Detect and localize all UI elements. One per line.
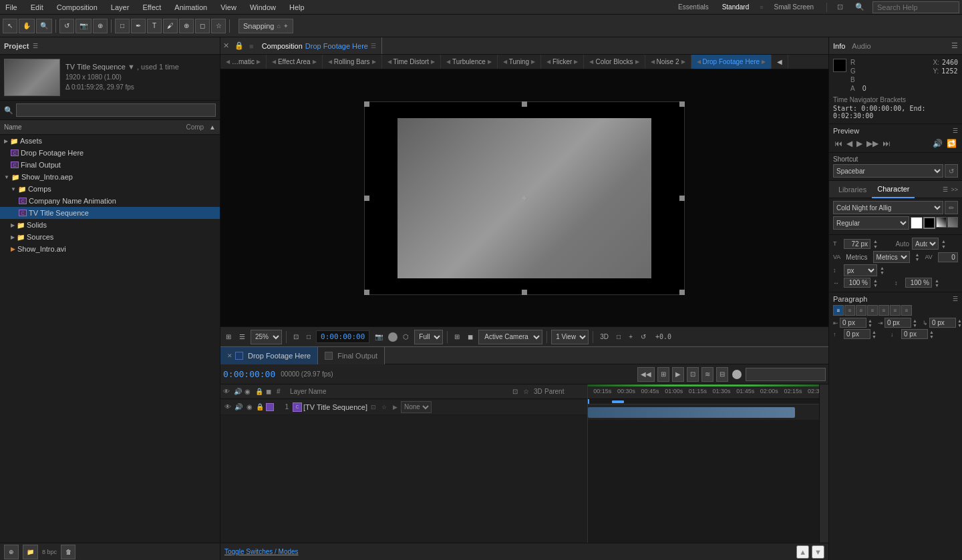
layer-switch-2[interactable]: ☆ xyxy=(379,404,389,410)
tl-graph-editor[interactable]: ⊟ xyxy=(716,367,728,382)
workspace-small-screen[interactable]: Small Screen xyxy=(772,2,816,12)
handle-bottom-left[interactable] xyxy=(364,290,369,295)
layer-switch-1[interactable]: ⊡ xyxy=(369,404,378,410)
space-after-input[interactable] xyxy=(901,329,928,339)
camera-select[interactable]: Active Camera xyxy=(478,330,542,344)
tree-item-final-output[interactable]: C Final Output xyxy=(0,159,220,171)
layer-expand[interactable]: ▶ xyxy=(390,404,399,410)
indent-left-stepper[interactable]: ▲ ▼ xyxy=(868,318,872,328)
parent-select[interactable]: None xyxy=(401,401,432,413)
timeline-search-input[interactable] xyxy=(746,368,826,381)
project-search-input[interactable] xyxy=(16,103,216,117)
effect-more[interactable]: ◀ xyxy=(772,55,788,69)
tab-settings-icon[interactable]: ■ xyxy=(247,42,257,50)
lock-toggle[interactable]: 🔒 xyxy=(255,403,265,410)
align-right-btn[interactable]: ≡ xyxy=(856,305,866,316)
menu-file[interactable]: File xyxy=(3,2,20,13)
indent-left-input[interactable] xyxy=(840,318,866,328)
hand-tool[interactable]: ✋ xyxy=(19,19,35,33)
kerning-select[interactable]: Metrics xyxy=(873,251,910,263)
font-size-stepper[interactable]: ▲ ▼ xyxy=(873,239,887,249)
effect-tuning[interactable]: ◀ Tuning ▶ xyxy=(498,55,541,69)
justify-all-btn[interactable]: ≡ xyxy=(901,305,912,316)
tl-bottom-up[interactable]: ▲ xyxy=(796,545,809,559)
justify-center-btn[interactable]: ≡ xyxy=(878,305,889,316)
timeline-timecode[interactable]: 0:00:00:00 xyxy=(223,369,275,379)
tree-item-show-intro[interactable]: ▼ 📁 Show_Intro.aep xyxy=(0,171,220,183)
justify-right-btn[interactable]: ≡ xyxy=(890,305,901,316)
paragraph-menu[interactable]: ☰ xyxy=(953,296,958,302)
pixel-ratio-btn[interactable]: □ xyxy=(304,330,313,344)
effect-noise[interactable]: ◀ Noise 2 ▶ xyxy=(645,55,691,69)
camera-tool[interactable]: 📷 xyxy=(75,19,92,33)
delete-button[interactable]: 🗑 xyxy=(61,545,75,559)
effect-rolling[interactable]: ◀ Rolling Bars ▶ xyxy=(323,55,382,69)
auto-stepper[interactable]: ▲ ▼ xyxy=(941,239,955,249)
handle-top-right[interactable] xyxy=(679,101,685,107)
menu-edit[interactable]: Edit xyxy=(28,2,46,13)
scale-v-input[interactable] xyxy=(905,278,932,288)
tl-nudge-left[interactable]: ◀◀ xyxy=(637,367,655,382)
menu-animation[interactable]: Animation xyxy=(172,2,210,13)
menu-help[interactable]: Help xyxy=(287,2,307,13)
menu-view[interactable]: View xyxy=(218,2,239,13)
tl-bottom-down[interactable]: ▼ xyxy=(812,545,824,559)
color-btn[interactable] xyxy=(388,332,397,342)
layer-name[interactable]: [TV Title Sequence] xyxy=(303,403,367,411)
preview-back-btn[interactable]: ◀ xyxy=(845,137,854,150)
tree-item-solids[interactable]: ▶ 📁 Solids xyxy=(0,219,220,231)
info-tab[interactable]: Info xyxy=(833,42,845,50)
new-folder-button[interactable]: 📁 xyxy=(23,545,38,559)
scale-v-stepper[interactable]: ▲ ▼ xyxy=(935,278,948,288)
tree-item-company-name[interactable]: C Company Name Animation xyxy=(0,195,220,207)
font-style-select[interactable]: Regular xyxy=(833,216,909,230)
tl-scrollbar[interactable] xyxy=(819,384,828,543)
grid-toggle-btn[interactable]: ⊞ xyxy=(452,330,462,344)
sort-icon[interactable]: ▲ xyxy=(209,123,216,131)
comp-viewer[interactable]: ✦ xyxy=(220,69,828,326)
char-menu-icon[interactable]: ☰ xyxy=(943,186,948,193)
brush-tool[interactable]: 🖌 xyxy=(163,19,178,33)
composition-tab[interactable]: Composition Drop Footage Here ☰ xyxy=(257,37,382,55)
character-tab[interactable]: Character xyxy=(872,181,915,198)
fit-btn[interactable]: ⊡ xyxy=(291,330,301,344)
preview-menu[interactable]: ☰ xyxy=(953,127,958,134)
rect-tool[interactable]: □ xyxy=(115,19,130,33)
layer-row-1[interactable]: 👁 🔊 ◉ 🔒 1 C [TV Title Sequence] ⊡ ☆ ▶ xyxy=(220,399,587,415)
font-fill-color[interactable] xyxy=(911,217,923,229)
tl-motion-btn[interactable]: ≋ xyxy=(701,367,713,382)
preview-play-btn[interactable]: ▶ xyxy=(855,137,864,150)
scale-h-stepper[interactable]: ▲ ▼ xyxy=(873,278,887,288)
maximize-icon[interactable]: ⊡ xyxy=(837,3,843,11)
expand-panel-icon[interactable]: >> xyxy=(951,186,958,193)
snapshot-btn[interactable]: 📷 xyxy=(372,330,385,344)
tl-search-circle[interactable] xyxy=(732,370,742,379)
snapping-settings[interactable]: ✦ xyxy=(283,23,289,29)
viewer-settings-btn[interactable]: ⊞ xyxy=(223,330,234,344)
workspace-standard[interactable]: Standard xyxy=(719,2,752,12)
safe-zones-btn[interactable]: □ xyxy=(614,330,623,344)
shortcut-select[interactable]: Spacebar xyxy=(833,164,943,178)
font-stroke-color[interactable] xyxy=(923,217,935,229)
font-edit-btn[interactable]: ✏ xyxy=(945,201,958,214)
workspace-essentials[interactable]: Essentials xyxy=(675,2,711,12)
guide-btn[interactable]: + xyxy=(626,330,635,344)
viewer-grid-btn[interactable]: ☰ xyxy=(236,330,248,344)
tl-search-btn[interactable]: ⊡ xyxy=(687,367,699,382)
space-before-stepper[interactable]: ▲ ▼ xyxy=(872,330,885,339)
effect-time-distort[interactable]: ◀ Time Distort ▶ xyxy=(382,55,442,69)
preview-first-btn[interactable]: ⏮ xyxy=(833,137,844,150)
menu-effect[interactable]: Effect xyxy=(140,2,164,13)
tab-close-icon[interactable]: ✕ xyxy=(227,352,232,359)
tl-render-btn[interactable]: ▶ xyxy=(672,367,684,382)
indent-first-stepper[interactable]: ▲ ▼ xyxy=(957,318,962,328)
font-name-select[interactable]: Cold Night for Allig xyxy=(833,201,943,214)
preview-forward-btn[interactable]: ▶▶ xyxy=(865,137,880,150)
tree-item-sources[interactable]: ▶ 📁 Sources xyxy=(0,231,220,243)
eraser-tool[interactable]: ◻ xyxy=(195,19,210,33)
handle-top-left[interactable] xyxy=(364,101,369,107)
tl-comp-settings[interactable]: ⊞ xyxy=(657,367,669,382)
info-panel-menu[interactable]: ☰ xyxy=(951,41,958,50)
audio-tab[interactable]: Audio xyxy=(852,42,870,50)
scale-h-input[interactable] xyxy=(844,278,870,288)
